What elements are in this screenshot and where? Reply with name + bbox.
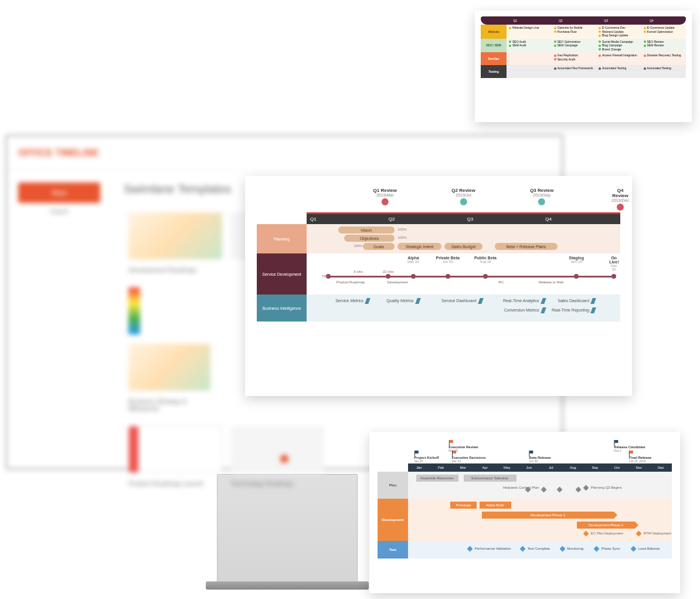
track-dot	[386, 274, 390, 279]
diamond-icon	[583, 485, 589, 491]
gantt-bar[interactable]: Development Phase 1	[482, 512, 614, 519]
lane-cell: Social Media CampaignBlog CampaignBrand …	[596, 39, 641, 53]
duration-label: 22 wks	[383, 270, 394, 273]
lane-cell: Automated Testing	[641, 65, 687, 78]
gantt-bar[interactable]: Sales Budget	[444, 243, 482, 250]
milestone-label: Planning Q2 Begins	[582, 486, 622, 490]
month-label: Mar	[452, 466, 474, 469]
template-label: Development Roadmap	[128, 266, 219, 273]
swimlane-row: WebsiteWebsite Design LiveOptimize for M…	[481, 25, 686, 39]
swimlane-row: TestingAutomated Test FrameworkAutomated…	[481, 65, 686, 78]
template-label: Business Strategy & Milestones	[128, 398, 219, 412]
month-header: JanFebMarAprMayJunJulAugSepOctNovDec	[408, 463, 672, 472]
diamond-icon	[557, 487, 563, 493]
track-label: Release to Web	[539, 280, 564, 284]
lane-development: Development PrototypeAlpha BuildDevelopm…	[378, 499, 672, 541]
gantt-bar[interactable]: Subcontractor Selection	[464, 475, 516, 482]
bi-metric: Service Metrics	[335, 298, 369, 304]
milestone-label: RTW Deployment	[635, 532, 671, 536]
lane-cell: Optimize for MobilePurchase Flow	[552, 25, 597, 39]
month-label: Feb	[430, 466, 453, 469]
lane-cell: SEO ReviewSEM Review	[641, 39, 687, 53]
percent-label: 100%	[397, 236, 406, 239]
bi-metric: Real-Time Reporting	[552, 307, 595, 313]
test-milestone: Phase Sync	[593, 547, 620, 551]
flag-icon	[451, 451, 456, 455]
flag-icon	[529, 451, 534, 455]
lane-service-dev: Service Development AlphaMay 20Private B…	[257, 253, 620, 295]
lane-label: Website	[481, 25, 507, 39]
track-dot	[611, 274, 616, 279]
lane-cell: Geo ReplicationSecurity Audit	[552, 52, 597, 65]
test-milestone: Test Complete	[519, 547, 550, 551]
gantt-bar[interactable]: Goals	[363, 243, 395, 250]
lane-cell	[507, 52, 552, 65]
percent-label: 100%	[354, 244, 362, 248]
new-button[interactable]: New	[18, 182, 100, 203]
diamond-icon	[559, 546, 565, 552]
track-label: Development	[387, 280, 407, 284]
gantt-bar[interactable]: Alpha Build	[480, 502, 511, 509]
flag-icon	[629, 451, 634, 455]
gantt-bar[interactable]: Development Phase 2	[577, 522, 635, 529]
pagination-dot[interactable]	[280, 455, 288, 463]
month-label: May	[496, 466, 518, 469]
lane-test: Test Performance Validation Test Complet…	[378, 541, 672, 559]
review-milestone: Q3 Review2019/Sep	[530, 188, 553, 205]
bi-metric: Conversion Metrics	[504, 307, 545, 313]
gantt-bar[interactable]: Prototype	[450, 502, 477, 509]
month-label: Sep	[584, 466, 606, 469]
track-dot	[411, 274, 416, 279]
gantt-bar[interactable]: Vision	[338, 226, 395, 233]
month-label: Apr	[474, 466, 497, 469]
template-thumbnail[interactable]	[128, 212, 222, 259]
lane-cell: Access Firewall Integration	[596, 52, 641, 65]
gantt-bar[interactable]: Beta + Release Plans	[495, 243, 558, 250]
lane-label: SEO / SEM	[481, 39, 507, 53]
project-plan-card: Executive ReviewMar 18 Release Candidate…	[369, 432, 680, 593]
month-label: Jan	[408, 466, 430, 469]
milestone: AlphaMay 20	[407, 256, 419, 263]
test-milestone: Load Balance	[630, 547, 660, 551]
lane-cell: E-Commerce UpdateFunnel Optimization	[641, 25, 687, 39]
milestone: Public BetaAug 18	[474, 256, 497, 263]
duration-label: 6 wks	[354, 270, 363, 273]
gantt-bar[interactable]: Strategic Intent	[397, 243, 441, 250]
bi-metric: Service Dashboard	[441, 298, 482, 304]
flag-milestone: Executive DecisionsMar 23	[451, 451, 485, 463]
bi-metric: Sales Dashboard	[558, 298, 596, 304]
lane-cell: Automated Test Framework	[552, 65, 597, 78]
track-label: Product Roadmap	[337, 280, 365, 284]
diamond-icon	[636, 531, 642, 537]
lane-cell: E-Commerce DevRebrand UpdateBlog Design …	[596, 25, 641, 39]
month-label: Jul	[540, 466, 562, 469]
swimlane-row: DevOpsGeo ReplicationSecurity AuditAcces…	[481, 52, 686, 65]
template-thumbnail[interactable]	[230, 426, 324, 473]
track-label: RC	[498, 280, 504, 284]
import-label[interactable]: Import	[18, 208, 100, 215]
app-logo: OFFICE TIMELINE	[18, 148, 99, 158]
lane-cell: Disaster Recovery Testing	[641, 52, 687, 65]
lane-cell: Automated Testing	[596, 65, 641, 78]
template-thumbnail[interactable]	[128, 426, 222, 473]
gantt-bar[interactable]: Objectives	[344, 235, 395, 242]
lane-cell	[507, 65, 552, 78]
flag-icon	[448, 440, 453, 445]
track-dot	[483, 274, 488, 279]
bi-metric: Real-Time Analytics	[503, 298, 545, 304]
template-label: Technology Roadmap	[230, 480, 321, 487]
lane-label: DevOps	[481, 52, 507, 65]
milestone: Go Live!Dec 20	[609, 256, 619, 271]
roadmap-card-quarterly: Q1 Review2019/MarQ2 Review2019/JulQ3 Rev…	[245, 176, 632, 396]
percent-label: 100%	[397, 228, 406, 231]
test-milestone: Performance Validation	[466, 547, 511, 551]
diamond-icon	[631, 546, 637, 552]
template-thumbnail[interactable]	[128, 287, 140, 334]
month-label: Jun	[518, 466, 541, 469]
timeline-track	[328, 276, 614, 277]
bi-metric: Quality Metrics	[386, 298, 419, 304]
milestone-flags: Executive ReviewMar 18 Release Candidate…	[408, 440, 672, 463]
gantt-bar[interactable]: Assemble Resources	[416, 475, 458, 482]
month-label: Oct	[606, 466, 628, 469]
swimlane-card-marketing: Q1Q2Q3Q4 WebsiteWebsite Design LiveOptim…	[475, 11, 692, 122]
